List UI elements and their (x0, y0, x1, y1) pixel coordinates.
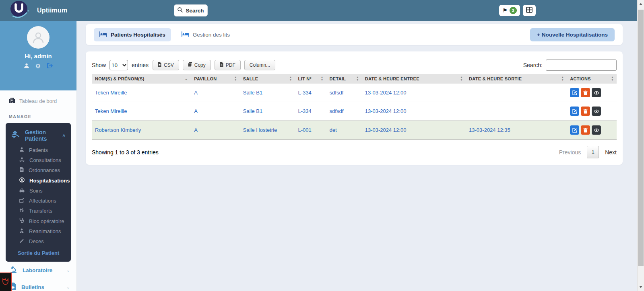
cell-sortie (466, 102, 567, 121)
sidebar-item-gestion-patients-label: Gestion Patients (25, 129, 58, 142)
notification-count-badge: 3 (510, 7, 517, 14)
sidebar-item-consultations[interactable]: Consultations (6, 155, 71, 165)
file-pdf-icon (220, 62, 223, 68)
export-pdf-button[interactable]: PDF (215, 60, 241, 70)
pagination-page-1[interactable]: 1 (587, 146, 599, 158)
export-pdf-label: PDF (226, 62, 235, 68)
view-button[interactable] (592, 88, 601, 97)
column-visibility-button[interactable]: Column... (244, 60, 275, 70)
sidebar-item-dashboard-label: Tableau de bord (19, 98, 57, 104)
sort-icon: ▲▼ (460, 76, 463, 82)
user-actions: ⚙ (0, 63, 76, 69)
view-button[interactable] (592, 107, 601, 116)
cell-pavillon: A (191, 102, 240, 121)
cell-pavillon: A (191, 84, 240, 102)
table-row: Robertson Kimberly A Salle Hostetrie L-0… (92, 121, 617, 140)
table-search-label: Search: (523, 62, 543, 68)
profile-icon[interactable] (24, 63, 29, 69)
table-row: Teken Mireille A Salle B1 L-334 sdfsdf 1… (92, 84, 617, 102)
col-header-nom[interactable]: NOM(S) & PRÉNOM(S)⌄ (92, 74, 191, 84)
sort-icon: ▲▼ (321, 76, 324, 82)
apps-grid-button[interactable] (523, 5, 536, 16)
sort-icon: ▲▼ (561, 76, 564, 82)
export-csv-button[interactable]: CSV (153, 60, 179, 70)
sidebar-section-label: MANAGE (9, 114, 76, 119)
edit-button[interactable] (570, 88, 579, 97)
entries-label: entries (132, 62, 149, 68)
grid-icon (526, 7, 533, 14)
copy-button[interactable]: Copy (183, 60, 211, 70)
patient-bed-icon (11, 131, 20, 140)
cell-name[interactable]: Teken Mireille (92, 102, 191, 121)
sidebar-item-transferts[interactable]: Transferts (6, 206, 71, 216)
edit-button[interactable] (570, 125, 579, 135)
table-search-input[interactable] (546, 59, 617, 71)
col-header-sortie[interactable]: DATE & HEURE SORTIE▲▼ (466, 74, 567, 84)
cell-salle: Salle B1 (240, 102, 295, 121)
cell-detail: sdfsdf (326, 84, 362, 102)
sidebar-item-hospitalisations[interactable]: Hospitalisations (6, 175, 71, 186)
new-hospitalisation-button[interactable]: + Nouvelle Hospitalisations (530, 28, 615, 41)
brand[interactable]: Uptiimum (8, 0, 67, 21)
pagination-next[interactable]: Next (605, 149, 617, 156)
page-size-select[interactable]: 10 (109, 60, 128, 70)
tab-patients-hospitalises[interactable]: Patients Hospitalisés (94, 28, 171, 41)
cell-detail: det (326, 121, 362, 140)
cell-sortie: 13-03-2024 12:35 (466, 121, 567, 140)
col-header-entree[interactable]: DATE & HEURE ENTREE▲▼ (362, 74, 466, 84)
sidebar-item-gestion-patients[interactable]: Gestion Patients ˄ (6, 128, 71, 145)
sidebar-item-bulletins-label: Bulletins (21, 284, 44, 290)
delete-button[interactable] (581, 107, 590, 116)
cell-detail: sdfsdf (326, 102, 362, 121)
col-header-pavillon[interactable]: PAVILLON▲▼ (191, 74, 240, 84)
col-header-salle[interactable]: SALLE▲▼ (240, 74, 295, 84)
prescription-icon (19, 167, 24, 173)
sidebar-item-ordonnances[interactable]: Ordonnances (6, 165, 71, 175)
col-header-detail[interactable]: DETAIL▲▼ (326, 74, 362, 84)
logout-icon[interactable] (47, 63, 53, 69)
sidebar-item-dashboard[interactable]: Tableau de bord (9, 98, 76, 105)
search-icon (178, 7, 183, 14)
cell-name[interactable]: Teken Mireille (92, 84, 191, 102)
delete-button[interactable] (581, 88, 590, 97)
view-button[interactable] (592, 125, 601, 135)
tab-gestion-des-lits[interactable]: Gestion des lits (176, 28, 235, 41)
avatar[interactable] (27, 26, 50, 49)
top-navbar: Uptiimum Search ⚑ 3 (0, 0, 644, 21)
notifications-button[interactable]: ⚑ 3 (499, 5, 520, 16)
debugbar-toggle[interactable] (0, 273, 12, 291)
cell-entree: 13-03-2024 12:00 (362, 121, 466, 140)
cell-name[interactable]: Robertson Kimberly (92, 121, 191, 140)
sidebar-item-reanimations[interactable]: Reanimations (6, 226, 71, 236)
assignment-icon (19, 198, 24, 204)
bed-icon (182, 31, 189, 38)
file-csv-icon (158, 62, 161, 68)
care-icon (19, 188, 25, 194)
navbar-search-button[interactable]: Search (174, 4, 208, 16)
sidebar-item-soins[interactable]: Soins (6, 186, 71, 196)
chevron-down-icon: ⌄ (66, 268, 70, 273)
chevron-down-icon: ⌄ (66, 285, 70, 290)
sidebar-item-patients[interactable]: Patients (6, 145, 71, 155)
sidebar-item-sortie-du-patient[interactable]: Sortie du Patient (6, 246, 71, 256)
sidebar-item-affectations[interactable]: Affectations (6, 196, 71, 206)
sidebar-item-bloc-operatoire[interactable]: Bloc opératoire (6, 216, 71, 226)
cell-lit: L-334 (295, 102, 326, 121)
show-label: Show (92, 62, 106, 68)
scroll-down-arrow[interactable] (639, 286, 642, 288)
sort-icon: ▲▼ (234, 76, 237, 82)
col-header-lit[interactable]: LIT N°▲▼ (295, 74, 326, 84)
sort-icon: ▲▼ (289, 76, 292, 82)
edit-button[interactable] (570, 107, 579, 116)
scroll-up-arrow[interactable] (639, 3, 642, 5)
settings-gear-icon[interactable]: ⚙ (35, 63, 41, 69)
sidebar-item-soins-label: Soins (29, 188, 43, 194)
scrollbar-thumb[interactable] (638, 10, 644, 266)
delete-button[interactable] (581, 125, 590, 135)
col-header-actions[interactable]: ACTIONS▲▼ (567, 74, 617, 84)
cell-entree: 13-03-2024 12:00 (362, 102, 466, 121)
user-greeting: Hi, admin (0, 53, 76, 59)
sidebar-item-deces[interactable]: Deces (6, 236, 71, 246)
vertical-scrollbar[interactable] (637, 0, 644, 291)
pagination-previous[interactable]: Previous (559, 149, 581, 156)
